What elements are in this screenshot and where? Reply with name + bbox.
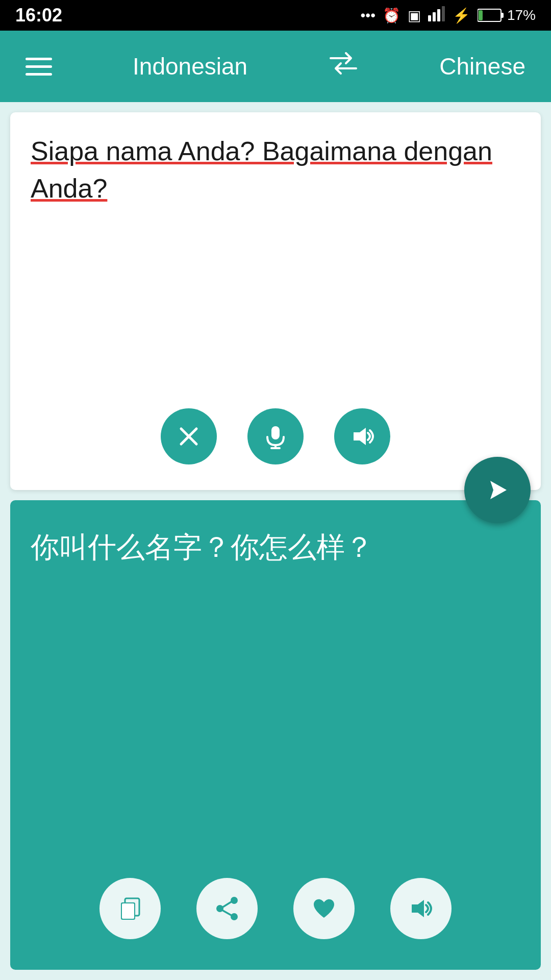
svg-line-20	[223, 902, 231, 907]
share-button[interactable]	[196, 878, 258, 939]
svg-rect-0	[428, 15, 431, 21]
svg-point-17	[231, 897, 238, 904]
target-text: 你叫什么名字？你怎么样？	[31, 526, 520, 569]
translate-send-button[interactable]	[464, 457, 531, 523]
svg-rect-5	[501, 13, 504, 18]
svg-marker-22	[412, 900, 424, 917]
svg-rect-16	[122, 903, 134, 919]
sim-icon: ▣	[408, 7, 421, 24]
target-panel: 你叫什么名字？你怎么样？	[10, 500, 541, 970]
svg-rect-1	[433, 12, 436, 21]
hamburger-menu-button[interactable]	[26, 58, 52, 76]
copy-button[interactable]	[99, 878, 161, 939]
source-controls	[31, 408, 520, 470]
swap-languages-button[interactable]	[328, 51, 359, 82]
svg-marker-12	[354, 428, 366, 445]
target-controls	[31, 878, 520, 949]
status-time: 16:02	[15, 5, 62, 26]
target-language-label[interactable]: Chinese	[439, 53, 525, 80]
source-language-label[interactable]: Indonesian	[133, 53, 247, 80]
battery-icon: 17%	[478, 7, 536, 23]
svg-line-21	[223, 911, 231, 915]
svg-rect-6	[479, 10, 483, 20]
svg-rect-2	[437, 9, 440, 21]
nav-bar: Indonesian Chinese	[0, 31, 551, 102]
svg-rect-9	[271, 426, 280, 439]
alarm-icon: ⏰	[383, 7, 400, 24]
battery-percent: 17%	[507, 7, 536, 23]
dots-icon: •••	[361, 7, 375, 23]
source-text[interactable]: Siapa nama Anda? Bagaimana dengan Anda?	[31, 133, 520, 408]
microphone-button[interactable]	[247, 408, 304, 464]
target-speaker-button[interactable]	[390, 878, 452, 939]
status-bar: 16:02 ••• ⏰ ▣ ⚡ 17%	[0, 0, 551, 31]
hamburger-line-2	[26, 65, 52, 68]
favorite-button[interactable]	[293, 878, 355, 939]
hamburger-line-1	[26, 58, 52, 60]
svg-rect-3	[442, 6, 445, 21]
status-icons: ••• ⏰ ▣ ⚡ 17%	[361, 6, 536, 25]
hamburger-line-3	[26, 73, 52, 76]
signal-icon	[428, 6, 445, 25]
source-speaker-button[interactable]	[334, 408, 390, 464]
bolt-icon: ⚡	[453, 7, 470, 24]
svg-marker-13	[490, 481, 507, 499]
svg-point-19	[231, 913, 238, 920]
clear-button[interactable]	[161, 408, 217, 464]
source-panel: Siapa nama Anda? Bagaimana dengan Anda?	[10, 112, 541, 490]
